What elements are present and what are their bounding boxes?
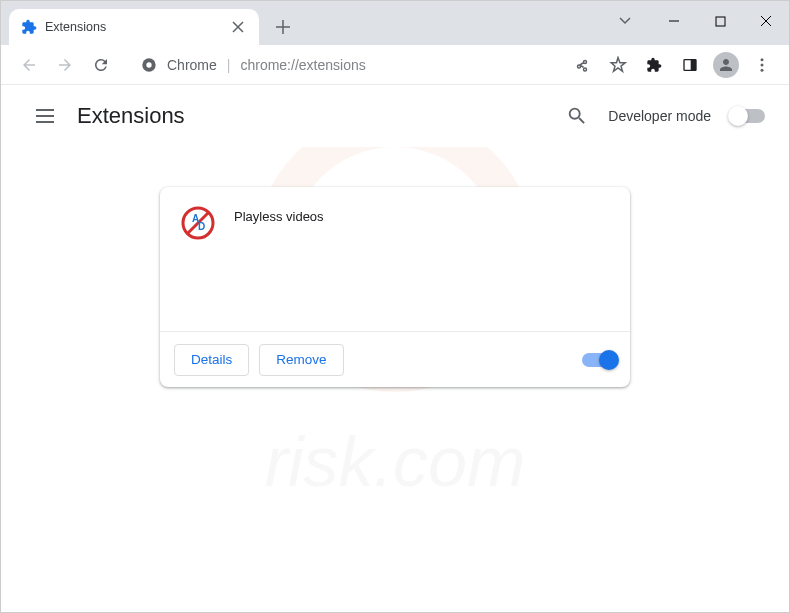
svg-rect-0 (716, 17, 725, 26)
browser-toolbar: Chrome | chrome://extensions (1, 45, 789, 85)
maximize-button[interactable] (697, 1, 743, 41)
page-toolbar: Extensions Developer mode (1, 85, 789, 147)
side-panel-icon[interactable] (675, 50, 705, 80)
profile-avatar[interactable] (711, 50, 741, 80)
developer-mode-label: Developer mode (608, 108, 711, 124)
share-icon[interactable] (567, 50, 597, 80)
tab-dropdown-icon[interactable] (607, 17, 643, 25)
minimize-button[interactable] (651, 1, 697, 41)
svg-rect-4 (691, 59, 696, 70)
new-tab-button[interactable] (269, 13, 297, 41)
extension-name: Playless videos (234, 205, 324, 313)
developer-mode-toggle[interactable] (731, 109, 765, 123)
extension-enable-toggle[interactable] (582, 353, 616, 367)
back-button[interactable] (13, 49, 45, 81)
content-area: A D Playless videos Details Remove (1, 147, 789, 427)
kebab-menu-icon[interactable] (747, 50, 777, 80)
extension-puzzle-icon (21, 19, 37, 35)
chrome-icon (141, 57, 157, 73)
close-tab-icon[interactable] (229, 18, 247, 36)
remove-button[interactable]: Remove (259, 344, 343, 376)
tab-title: Extensions (45, 20, 221, 34)
page-title: Extensions (77, 103, 185, 129)
details-button[interactable]: Details (174, 344, 249, 376)
svg-point-5 (761, 58, 764, 61)
omnibox-text: Chrome | chrome://extensions (167, 57, 366, 73)
address-bar[interactable]: Chrome | chrome://extensions (129, 50, 555, 80)
reload-button[interactable] (85, 49, 117, 81)
menu-button[interactable] (25, 96, 65, 136)
bookmark-star-icon[interactable] (603, 50, 633, 80)
search-icon[interactable] (566, 105, 588, 127)
svg-point-7 (761, 68, 764, 71)
forward-button[interactable] (49, 49, 81, 81)
extension-card: A D Playless videos Details Remove (160, 187, 630, 387)
hamburger-icon (36, 109, 54, 123)
svg-point-6 (761, 63, 764, 66)
active-tab[interactable]: Extensions (9, 9, 259, 45)
window-controls (607, 1, 789, 41)
close-window-button[interactable] (743, 1, 789, 41)
tab-strip: Extensions (1, 1, 789, 45)
svg-text:D: D (198, 221, 205, 232)
extensions-puzzle-icon[interactable] (639, 50, 669, 80)
svg-point-2 (146, 62, 151, 67)
extension-icon: A D (180, 205, 216, 241)
